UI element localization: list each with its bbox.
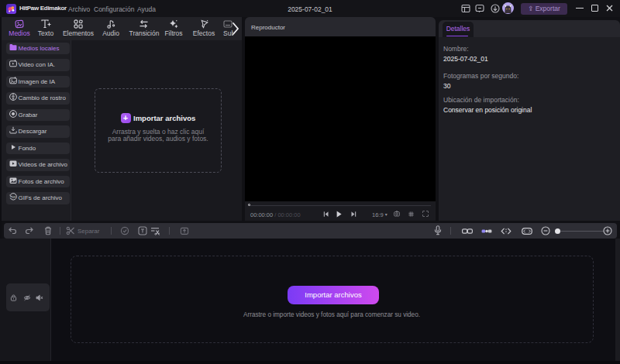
svg-text:GIF: GIF <box>11 196 16 199</box>
